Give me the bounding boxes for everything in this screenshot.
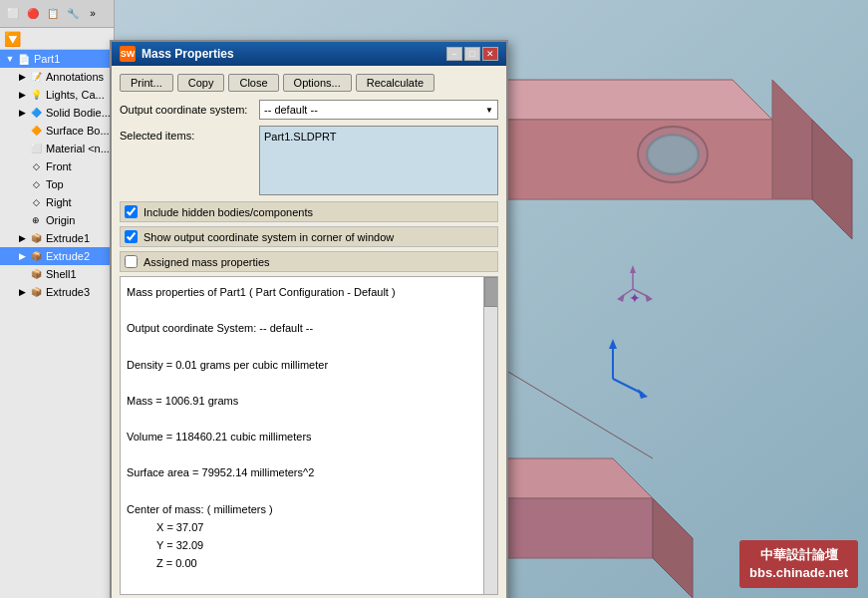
sidebar-item-surface-bodies[interactable]: ▶ 🔶 Surface Bo...: [0, 122, 114, 140]
sidebar-item-shell1[interactable]: ▶ 📦 Shell1: [0, 265, 114, 283]
output-coord-value: -- default --: [264, 104, 318, 116]
sidebar-item-material[interactable]: ▶ ⬜ Material <n...: [0, 140, 114, 157]
sidebar-item-annotations[interactable]: ▶ 📝 Annotations: [0, 68, 114, 86]
prop-blank1: [127, 301, 475, 319]
prop-title: Mass properties of Part1 ( Part Configur…: [127, 283, 475, 301]
expand-annotations[interactable]: ▶: [16, 71, 28, 83]
toolbar-icon-expand[interactable]: »: [84, 5, 102, 23]
extrude3-icon: 📦: [28, 284, 44, 300]
right-icon: ◇: [28, 194, 44, 210]
assigned-mass-label: Assigned mass properties: [144, 256, 270, 268]
prop-cx: X = 37.07: [127, 518, 475, 536]
dialog-window-controls: − □ ✕: [446, 47, 498, 61]
prop-blank3: [127, 374, 475, 392]
include-hidden-checkbox[interactable]: [125, 205, 138, 218]
include-hidden-label: Include hidden bodies/components: [144, 206, 313, 218]
prop-com-title: Center of mass: ( millimeters ): [127, 500, 475, 518]
top-icon: ◇: [28, 176, 44, 192]
output-coord-dropdown[interactable]: -- default -- ▼: [259, 100, 498, 120]
extrude1-icon: 📦: [28, 230, 44, 246]
sidebar-item-right[interactable]: ▶ ◇ Right: [0, 193, 114, 211]
expand-extrude1[interactable]: ▶: [16, 232, 28, 244]
assigned-mass-checkbox[interactable]: [125, 255, 138, 268]
sidebar-item-solid-bodies[interactable]: ▶ 🔷 Solid Bodie...: [0, 104, 114, 122]
sidebar-item-extrude3[interactable]: ▶ 📦 Extrude3: [0, 283, 114, 301]
toolbar-icon-1[interactable]: ⬜: [4, 5, 22, 23]
sidebar-filter-bar: 🔽: [0, 28, 114, 50]
expand-solid[interactable]: ▶: [16, 107, 28, 119]
watermark-line2: bbs.chinade.net: [749, 564, 848, 582]
prop-blank6: [127, 482, 475, 500]
sw-icon: SW: [120, 46, 136, 62]
copy-button[interactable]: Copy: [177, 74, 225, 92]
sidebar-item-part1[interactable]: ▼ 📄 Part1: [0, 50, 114, 68]
close-window-button[interactable]: ✕: [482, 47, 498, 61]
solid-bodies-icon: 🔷: [28, 105, 44, 121]
sidebar-item-extrude1[interactable]: ▶ 📦 Extrude1: [0, 229, 114, 247]
include-hidden-row: Include hidden bodies/components: [120, 201, 498, 222]
close-button[interactable]: Close: [228, 74, 278, 92]
output-coord-row: Output coordinate system: -- default -- …: [120, 100, 498, 120]
lights-icon: 💡: [28, 87, 44, 103]
prop-blank5: [127, 446, 475, 463]
show-output-label: Show output coordinate system in corner …: [144, 231, 394, 243]
toolbar-icon-4[interactable]: 🔧: [64, 5, 82, 23]
sidebar-item-extrude2[interactable]: ▶ 📦 Extrude2: [0, 247, 114, 265]
dialog-toolbar: Print... Copy Close Options... Recalcula…: [120, 74, 498, 92]
prop-blank7: [127, 572, 475, 590]
dialog-title-area: SW Mass Properties: [120, 46, 234, 62]
show-output-checkbox[interactable]: [125, 230, 138, 243]
sidebar-toolbar: ⬜ 🔴 📋 🔧 »: [0, 0, 114, 28]
print-button[interactable]: Print...: [120, 74, 173, 92]
prop-blank2: [127, 337, 475, 355]
surface-bodies-icon: 🔶: [28, 123, 44, 139]
material-icon: ⬜: [28, 141, 44, 156]
watermark: 中華設計論壇 bbs.chinade.net: [739, 540, 858, 588]
selected-items-box[interactable]: Part1.SLDPRT: [259, 126, 498, 195]
part1-icon: 📄: [16, 51, 32, 67]
expand-part1[interactable]: ▼: [4, 53, 16, 65]
dropdown-arrow-icon: ▼: [485, 106, 493, 115]
shell1-icon: 📦: [28, 266, 44, 282]
scrollbar-thumb[interactable]: [484, 277, 498, 307]
watermark-line1: 中華設計論壇: [749, 546, 848, 564]
recalculate-button[interactable]: Recalculate: [356, 74, 434, 92]
svg-text:✦: ✦: [629, 290, 641, 306]
toolbar-icon-2[interactable]: 🔴: [24, 5, 42, 23]
prop-volume: Volume = 118460.21 cubic millimeters: [127, 428, 475, 446]
show-output-row: Show output coordinate system in corner …: [120, 226, 498, 247]
expand-extrude3[interactable]: ▶: [16, 286, 28, 298]
maximize-button[interactable]: □: [464, 47, 480, 61]
minimize-button[interactable]: −: [446, 47, 462, 61]
selected-items-row: Selected items: Part1.SLDPRT: [120, 126, 498, 195]
prop-blank4: [127, 410, 475, 428]
toolbar-icon-3[interactable]: 📋: [44, 5, 62, 23]
selected-items-label: Selected items:: [120, 126, 259, 142]
expand-lights[interactable]: ▶: [16, 89, 28, 101]
properties-text: Mass properties of Part1 ( Part Configur…: [127, 283, 491, 595]
prop-output-coord: Output coordinate System: -- default --: [127, 319, 475, 337]
output-coord-label: Output coordinate system:: [120, 104, 259, 116]
prop-axes-title: Principal axes of inertia and principal …: [127, 590, 475, 595]
sidebar-item-lights[interactable]: ▶ 💡 Lights, Ca...: [0, 86, 114, 104]
properties-area[interactable]: Mass properties of Part1 ( Part Configur…: [120, 276, 498, 595]
mass-properties-dialog: SW Mass Properties − □ ✕ Print... Copy C…: [110, 40, 508, 598]
sidebar-item-front[interactable]: ▶ ◇ Front: [0, 157, 114, 175]
expand-extrude2[interactable]: ▶: [16, 250, 28, 262]
prop-density: Density = 0.01 grams per cubic millimete…: [127, 356, 475, 374]
prop-cz: Z = 0.00: [127, 554, 475, 572]
front-icon: ◇: [28, 158, 44, 174]
sidebar: ⬜ 🔴 📋 🔧 » 🔽 ▼ 📄 Part1 ▶ 📝 Annotations ▶ …: [0, 0, 115, 598]
dialog-body: Print... Copy Close Options... Recalcula…: [112, 66, 506, 598]
origin-icon: ⊕: [28, 212, 44, 228]
annotations-icon: 📝: [28, 69, 44, 85]
filter-icon: 🔽: [4, 31, 21, 47]
sidebar-item-origin[interactable]: ▶ ⊕ Origin: [0, 211, 114, 229]
properties-scrollbar[interactable]: [483, 277, 497, 594]
prop-mass: Mass = 1006.91 grams: [127, 392, 475, 410]
extrude2-icon: 📦: [28, 248, 44, 264]
options-button[interactable]: Options...: [283, 74, 352, 92]
sidebar-item-top[interactable]: ▶ ◇ Top: [0, 175, 114, 193]
dialog-title: Mass Properties: [142, 47, 234, 61]
assigned-mass-row: Assigned mass properties: [120, 251, 498, 272]
